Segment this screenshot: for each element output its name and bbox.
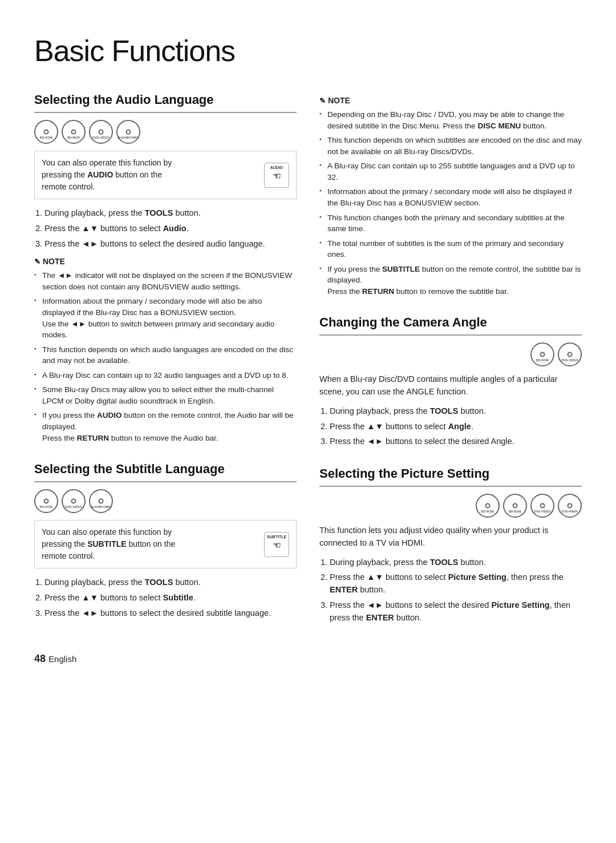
audio-note-1: The ◄► indicator will not be displayed o… — [34, 270, 297, 292]
page-title: Basic Functions — [34, 29, 582, 73]
audio-note-list: The ◄► indicator will not be displayed o… — [34, 270, 297, 443]
audio-note-label: NOTE — [43, 256, 65, 268]
disc-badge-divx: DivX/MKV/MP4 — [116, 120, 140, 144]
subtitle-step-3: Press the ◄► buttons to select the desir… — [44, 607, 297, 620]
picture-steps: During playback, press the TOOLS button.… — [319, 556, 582, 624]
section-title-audio: Selecting the Audio Language — [34, 90, 297, 113]
disc-icons-subtitle: BD-ROM DVD-VIDEO DivX/MKV/MP4 — [34, 489, 297, 513]
audio-step-2: Press the ▲▼ buttons to select Audio. — [44, 223, 297, 235]
picture-step-1: During playback, press the TOOLS button. — [330, 556, 582, 569]
subtitle-note-4: Information about the primary / secondar… — [319, 186, 582, 208]
subtitle-info-line2: pressing the SUBTITLE button on the — [42, 539, 175, 548]
subtitle-note-header: ✎ NOTE — [319, 95, 582, 107]
picture-step-3: Press the ◄► buttons to select the desir… — [330, 599, 582, 624]
disc-badge-pic-bdrer: BD-RE/R — [503, 494, 527, 518]
note-pencil-icon: ✎ — [34, 256, 40, 268]
section-audio-language: Selecting the Audio Language BD-ROM BD-R… — [34, 90, 297, 443]
subtitle-remote-button: SUBTITLE ☜ — [264, 532, 289, 557]
disc-badge-cam-dvdvideo: DVD-VIDEO — [558, 342, 582, 366]
camera-step-3: Press the ◄► buttons to select the desir… — [330, 435, 582, 448]
picture-step-2: Press the ▲▼ buttons to select Picture S… — [330, 571, 582, 596]
subtitle-step-2: Press the ▲▼ buttons to select Subtitle. — [44, 592, 297, 604]
subtitle-btn-label: SUBTITLE — [267, 535, 286, 539]
subtitle-note-6: The total number of subtitles is the sum… — [319, 238, 582, 260]
disc-icons-picture: BD-ROM BD-RE/R DVD-VIDEO DVD+RW/R — [319, 494, 582, 518]
camera-steps: During playback, press the TOOLS button.… — [319, 405, 582, 448]
subtitle-step-1: During playback, press the TOOLS button. — [44, 576, 297, 589]
subtitle-note-2: This function depends on which subtitles… — [319, 135, 582, 157]
section-camera-angle: Changing the Camera Angle BD-ROM DVD-VID… — [319, 313, 582, 448]
camera-step-1: During playback, press the TOOLS button. — [330, 405, 582, 418]
subtitle-note-1: Depending on the Blu-ray Disc / DVD, you… — [319, 109, 582, 131]
disc-badge-pic-dvdvideo: DVD-VIDEO — [530, 494, 554, 518]
camera-step-2: Press the ▲▼ buttons to select Angle. — [330, 421, 582, 433]
disc-badge-cam-bdrom: BD-ROM — [530, 342, 554, 366]
disc-badge-pic-bdrom: BD-ROM — [476, 494, 500, 518]
subtitle-note-5: This function changes both the primary a… — [319, 212, 582, 235]
disc-badge-bdrom: BD-ROM — [34, 120, 58, 144]
info-box-subtitle: You can also operate this function by pr… — [34, 520, 297, 568]
picture-intro: This function lets you adjust video qual… — [319, 525, 582, 550]
audio-step-1: During playback, press the TOOLS button. — [44, 207, 297, 220]
audio-note-3: This function depends on which audio lan… — [34, 344, 297, 366]
audio-note-2: Information about the primary / secondar… — [34, 296, 297, 340]
info-box-audio: You can also operate this function by pr… — [34, 151, 297, 199]
section-subtitle-language: Selecting the Subtitle Language BD-ROM D… — [34, 459, 297, 619]
info-box-audio-text: You can also operate this function by pr… — [42, 157, 258, 193]
disc-badge-sub-divx: DivX/MKV/MP4 — [89, 489, 113, 513]
info-text-line1: You can also operate this function by — [42, 158, 172, 167]
info-text-line2: pressing the AUDIO button on the — [42, 170, 162, 179]
subtitle-btn-icon: ☜ — [273, 539, 281, 552]
section-subtitle-notes-right: ✎ NOTE Depending on the Blu-ray Disc / D… — [319, 95, 582, 297]
section-picture-setting: Selecting the Picture Setting BD-ROM BD-… — [319, 464, 582, 624]
section-title-picture: Selecting the Picture Setting — [319, 464, 582, 487]
audio-note-header: ✎ NOTE — [34, 256, 297, 268]
subtitle-info-line3: remote control. — [42, 551, 95, 560]
audio-note-section: ✎ NOTE The ◄► indicator will not be disp… — [34, 256, 297, 443]
audio-step-3: Press the ◄► buttons to select the desir… — [44, 238, 297, 251]
section-title-camera: Changing the Camera Angle — [319, 313, 582, 336]
page-number-row: 48 English — [34, 651, 582, 667]
info-box-subtitle-text: You can also operate this function by pr… — [42, 526, 258, 562]
note-pencil-icon-2: ✎ — [319, 95, 326, 107]
camera-intro: When a Blu-ray Disc/DVD contains multipl… — [319, 373, 582, 398]
subtitle-note-7: If you press the SUBTITLE button on the … — [319, 264, 582, 297]
audio-note-4: A Blu-ray Disc can contain up to 32 audi… — [34, 370, 297, 381]
audio-remote-button: AUDIO ☜ — [264, 163, 289, 188]
subtitle-note-list: Depending on the Blu-ray Disc / DVD, you… — [319, 109, 582, 297]
page-number: 48 English — [34, 653, 76, 664]
info-text-line3: remote control. — [42, 182, 95, 191]
audio-note-6: If you press the AUDIO button on the rem… — [34, 410, 297, 443]
disc-icons-camera: BD-ROM DVD-VIDEO — [319, 342, 582, 366]
subtitle-info-line1: You can also operate this function by — [42, 527, 172, 537]
audio-btn-icon: ☜ — [273, 170, 281, 183]
subtitle-note-label: NOTE — [328, 95, 350, 107]
subtitle-steps: During playback, press the TOOLS button.… — [34, 576, 297, 619]
disc-icons-audio: BD-ROM BD-RE/R DVD-VIDEO DivX/MKV/MP4 — [34, 120, 297, 144]
disc-badge-bdrer: BD-RE/R — [62, 120, 86, 144]
audio-steps: During playback, press the TOOLS button.… — [34, 207, 297, 250]
disc-badge-sub-dvdvideo: DVD-VIDEO — [62, 489, 86, 513]
disc-badge-sub-bdrom: BD-ROM — [34, 489, 58, 513]
disc-badge-dvdvideo: DVD-VIDEO — [89, 120, 113, 144]
section-title-subtitle: Selecting the Subtitle Language — [34, 459, 297, 482]
subtitle-note-section: ✎ NOTE Depending on the Blu-ray Disc / D… — [319, 95, 582, 297]
audio-btn-label: AUDIO — [270, 166, 283, 170]
disc-badge-pic-dvdrwr: DVD+RW/R — [558, 494, 582, 518]
subtitle-note-3: A Blu-ray Disc can contain up to 255 sub… — [319, 160, 582, 183]
audio-note-5: Some Blu-ray Discs may allow you to sele… — [34, 384, 297, 406]
